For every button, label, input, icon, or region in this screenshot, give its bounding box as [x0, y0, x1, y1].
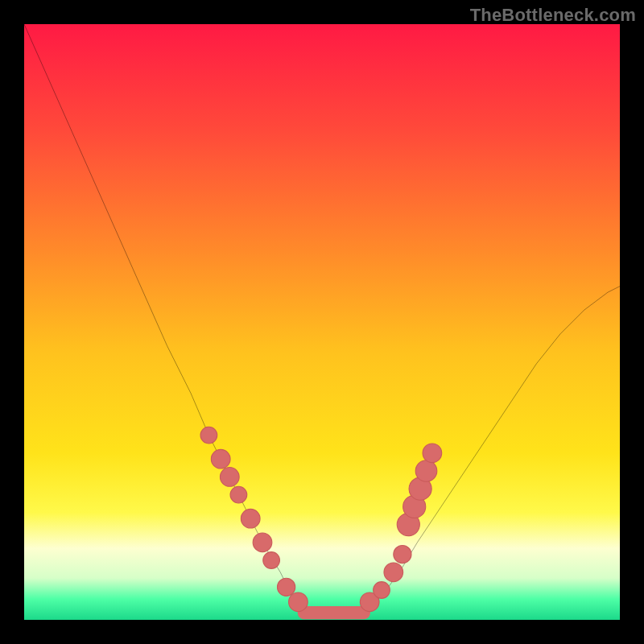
watermark-text: TheBottleneck.com	[470, 5, 636, 26]
chart-frame: TheBottleneck.com	[0, 0, 644, 644]
background-gradient	[24, 24, 620, 620]
plot-area	[24, 24, 620, 620]
svg-rect-0	[24, 24, 620, 620]
